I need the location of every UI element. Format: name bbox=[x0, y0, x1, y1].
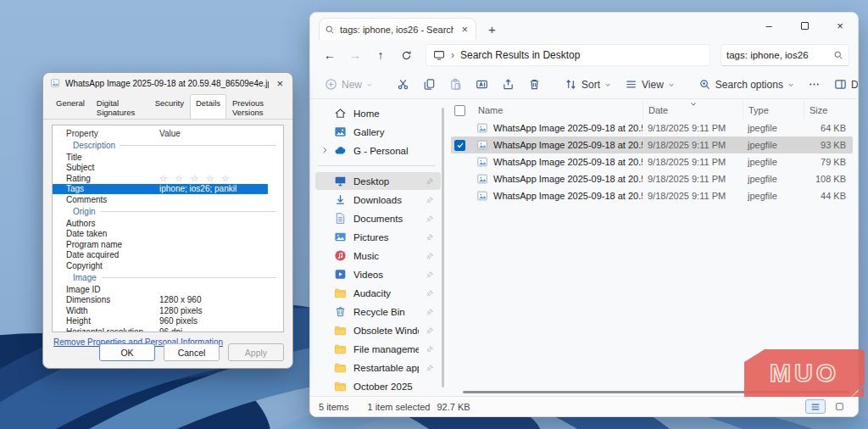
paste-button[interactable] bbox=[443, 75, 468, 94]
sidebar-item-label: File management bbox=[353, 344, 419, 354]
up-button[interactable]: ↑ bbox=[370, 44, 392, 66]
sidebar-item[interactable]: G - Personal bbox=[315, 142, 441, 159]
property-row[interactable]: Dimensions 1280 x 960 bbox=[53, 295, 283, 305]
sidebar-item[interactable]: Audacity bbox=[315, 284, 441, 302]
dialog-tab[interactable]: General bbox=[50, 95, 91, 120]
dialog-tab[interactable]: Security bbox=[149, 95, 190, 120]
dialog-tab[interactable]: Details bbox=[190, 94, 226, 119]
property-row[interactable]: Height 960 pixels bbox=[53, 315, 283, 326]
property-row[interactable]: Image ID bbox=[53, 284, 283, 294]
property-name: Program name bbox=[66, 240, 159, 249]
select-all-checkbox[interactable] bbox=[454, 105, 465, 116]
sidebar-item[interactable]: Videos bbox=[315, 265, 441, 283]
breadcrumb[interactable]: › Search Results in Desktop bbox=[426, 44, 710, 66]
column-header-date[interactable]: Date bbox=[643, 101, 743, 120]
file-date: 9/18/2025 9:11 PM bbox=[643, 157, 743, 167]
sidebar-item[interactable]: Documents bbox=[315, 209, 441, 227]
sidebar-item[interactable]: Restartable apps bbox=[315, 359, 441, 376]
property-row[interactable]: Date taken bbox=[53, 229, 283, 239]
explorer-active-tab[interactable]: tags: iphone, ios26 - Search R × bbox=[319, 18, 476, 40]
breadcrumb-chevron-icon: › bbox=[451, 49, 454, 61]
share-button[interactable] bbox=[496, 75, 520, 94]
details-pane-button[interactable]: Details bbox=[828, 75, 859, 94]
file-size: 64 KB bbox=[804, 123, 853, 133]
more-options-button[interactable] bbox=[802, 75, 826, 94]
sidebar-item[interactable]: Downloads bbox=[315, 191, 441, 209]
property-row[interactable]: Tags iphone; ios26; pankil bbox=[53, 184, 268, 194]
refresh-icon bbox=[401, 50, 412, 61]
sidebar-item[interactable]: Pictures bbox=[315, 228, 441, 246]
svg-text:MUO: MUO bbox=[770, 359, 839, 387]
property-grid-header: Property Value bbox=[53, 128, 283, 138]
expand-chevron-icon[interactable] bbox=[320, 146, 329, 154]
pin-icon bbox=[426, 364, 434, 372]
column-header-type[interactable]: Type bbox=[743, 101, 804, 120]
property-row[interactable]: Horizontal resolution 96 dpi bbox=[53, 326, 283, 332]
dialog-tab[interactable]: Previous Versions bbox=[226, 95, 286, 120]
file-type: jpegfile bbox=[743, 123, 804, 133]
dialog-title: WhatsApp Image 2025-09-18 at 20.59.48_86… bbox=[65, 79, 269, 88]
sidebar-item[interactable]: Desktop bbox=[315, 172, 441, 190]
copy-button[interactable] bbox=[417, 75, 442, 94]
new-button[interactable]: New bbox=[319, 75, 379, 94]
property-row[interactable]: Copyright bbox=[53, 260, 283, 270]
sidebar-item[interactable]: October 2025 bbox=[315, 377, 441, 395]
property-row[interactable]: Program name bbox=[53, 239, 283, 249]
sidebar-item[interactable]: Recycle Bin bbox=[315, 303, 441, 320]
back-button[interactable]: ← bbox=[319, 44, 341, 66]
property-row[interactable]: Subject bbox=[53, 163, 283, 173]
window-controls: – × bbox=[751, 13, 858, 38]
sidebar-item[interactable]: Music bbox=[315, 247, 441, 265]
thumbnail-view-toggle[interactable] bbox=[829, 399, 849, 414]
column-header-size[interactable]: Size bbox=[804, 101, 853, 120]
file-row[interactable]: WhatsApp Image 2025-09-18 at 20.59.48_86… bbox=[451, 136, 853, 153]
search-box bbox=[721, 44, 849, 66]
sidebar-item[interactable]: Home bbox=[315, 104, 441, 122]
property-row[interactable]: Comments bbox=[53, 194, 283, 204]
sidebar-item[interactable]: File management bbox=[315, 340, 441, 358]
minimize-button[interactable]: – bbox=[751, 13, 787, 38]
pin-icon bbox=[426, 289, 434, 298]
view-button[interactable]: View bbox=[619, 75, 681, 94]
sidebar-item-label: Documents bbox=[353, 214, 419, 224]
sidebar-item[interactable]: Obsolete Windows tools bbox=[315, 321, 441, 339]
maximize-button[interactable] bbox=[787, 13, 822, 38]
file-row[interactable]: WhatsApp Image 2025-09-18 at 20.55.18_35… bbox=[451, 187, 853, 204]
file-list-header: Name Date Type Size bbox=[451, 101, 853, 120]
property-row[interactable]: Authors bbox=[53, 218, 283, 228]
ok-button[interactable]: OK bbox=[99, 343, 155, 361]
dialog-tab[interactable]: Digital Signatures bbox=[91, 95, 149, 120]
cut-button[interactable] bbox=[391, 75, 415, 94]
muo-watermark: MUO bbox=[744, 349, 865, 397]
rename-button[interactable] bbox=[470, 75, 494, 94]
search-icon bbox=[833, 50, 843, 60]
apply-button[interactable]: Apply bbox=[228, 343, 284, 361]
file-row[interactable]: WhatsApp Image 2025-09-18 at 20.59.48_e6… bbox=[451, 120, 853, 136]
property-row[interactable]: Width 1280 pixels bbox=[53, 305, 283, 315]
tab-close-icon[interactable]: × bbox=[459, 23, 470, 36]
close-button[interactable]: × bbox=[822, 13, 858, 38]
property-row[interactable]: Rating ☆ ☆ ☆ ☆ ☆ bbox=[53, 173, 283, 183]
breadcrumb-text: Search Results in Desktop bbox=[460, 49, 580, 61]
delete-button[interactable] bbox=[522, 75, 547, 94]
cancel-button[interactable]: Cancel bbox=[164, 343, 220, 361]
property-value: 1280 x 960 bbox=[159, 295, 283, 304]
dialog-close-icon[interactable]: × bbox=[274, 77, 286, 90]
sort-button[interactable]: Sort bbox=[559, 75, 617, 94]
file-type: jpegfile bbox=[743, 174, 804, 184]
refresh-button[interactable] bbox=[395, 44, 417, 66]
file-row[interactable]: WhatsApp Image 2025-09-18 at 20.55.19_31… bbox=[451, 170, 853, 187]
property-row[interactable]: Title bbox=[53, 152, 283, 162]
new-tab-button[interactable]: + bbox=[483, 22, 501, 40]
sidebar-item[interactable]: Gallery bbox=[315, 123, 441, 141]
file-row[interactable]: WhatsApp Image 2025-09-18 at 20.59.48_31… bbox=[451, 153, 853, 170]
search-options-button[interactable]: Search options bbox=[693, 75, 800, 94]
forward-button[interactable]: → bbox=[344, 44, 366, 66]
details-view-toggle[interactable] bbox=[805, 399, 826, 414]
column-header-name[interactable]: Name bbox=[473, 101, 643, 120]
search-input[interactable] bbox=[726, 50, 833, 60]
property-row[interactable]: Date acquired bbox=[53, 250, 283, 260]
image-file-icon bbox=[476, 190, 488, 202]
sidebar-item-label: Pictures bbox=[353, 232, 419, 242]
row-checkbox[interactable] bbox=[454, 140, 465, 151]
